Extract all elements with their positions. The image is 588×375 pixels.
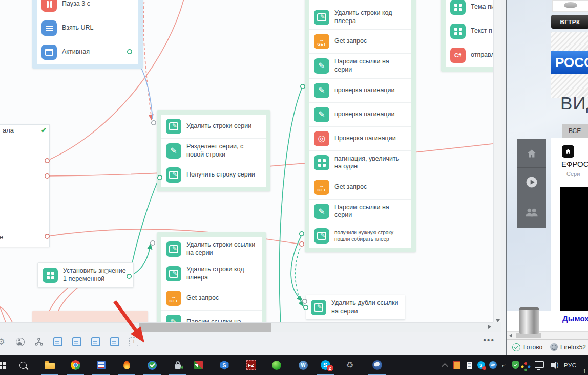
connector-dot[interactable]	[301, 84, 305, 89]
action-block[interactable]: Парсим ссылки на серии	[309, 54, 411, 78]
action-icon	[311, 300, 326, 315]
tray-shield-icon[interactable]	[509, 355, 521, 375]
product-link[interactable]: Дымох	[562, 314, 588, 323]
action-icon	[450, 48, 466, 63]
tray-swoosh-icon[interactable]: ⌐	[498, 355, 510, 375]
action-label: Парсим ссылки на серии	[334, 58, 407, 74]
vgtrk-button[interactable]: ВГТРК	[551, 15, 588, 29]
w-shield-app-icon[interactable]: W	[292, 355, 314, 375]
settings-gear-icon[interactable]: ⚙	[0, 337, 6, 347]
action-icon	[314, 58, 329, 74]
action-block[interactable]: Get запрос	[161, 286, 262, 311]
knot-app-icon[interactable]: ♻	[339, 355, 361, 375]
group-center[interactable]: Удалить строки код плеера Get запрос Пар…	[305, 0, 416, 252]
green-orb-app-icon[interactable]	[265, 355, 288, 375]
skype-icon[interactable]: S2	[314, 355, 337, 375]
tray-volume-icon[interactable]	[546, 355, 558, 375]
product-image[interactable]	[519, 307, 539, 334]
home-badge-icon[interactable]	[562, 145, 574, 158]
tray-chevron-icon[interactable]	[438, 355, 451, 375]
action-block[interactable]: проверка пагинации	[309, 79, 411, 103]
flame-app-icon[interactable]	[115, 355, 138, 375]
action-block[interactable]: Удалить строки код плеера	[161, 261, 262, 286]
tray-skype-icon[interactable]: S	[475, 355, 487, 375]
scroll-right-icon[interactable]	[488, 325, 491, 329]
tray-mail-icon[interactable]	[487, 355, 499, 375]
canvas-horizontal-scrollbar[interactable]	[0, 322, 493, 332]
action-block[interactable]: Активная	[37, 40, 138, 64]
block-dedupe[interactable]: Удалить дубли ссылки на серии	[306, 295, 405, 320]
action-block-partial[interactable]	[309, 0, 411, 5]
action-block[interactable]: Парсим ссылки на серии	[309, 200, 411, 224]
group-series[interactable]: Удалить строки серии Разделяет серии, с …	[157, 110, 270, 191]
action-block[interactable]: Взять URL	[37, 16, 138, 40]
action-block[interactable]: Удалить строки код плеера	[309, 5, 411, 30]
scrollbar-thumb[interactable]	[139, 323, 271, 332]
connector-dot[interactable]	[152, 121, 156, 125]
action-block[interactable]: Разделяет серии, с новой строки	[161, 139, 266, 163]
tab-all[interactable]: ВСЕ	[562, 124, 588, 138]
filezilla-icon[interactable]: FZ	[240, 355, 262, 375]
add-panel-icon[interactable]: +	[129, 337, 139, 347]
tray-notepad-icon[interactable]	[451, 355, 463, 375]
action-block[interactable]: Удалить строки серии	[161, 115, 266, 139]
antivirus-check-icon[interactable]	[141, 355, 163, 375]
floppy-app-icon[interactable]	[90, 355, 112, 375]
check-icon: ✔	[41, 126, 47, 134]
left-panel-text: ала	[3, 126, 14, 134]
action-block[interactable]: Пауза 3 с	[37, 0, 138, 16]
action-icon	[41, 45, 57, 60]
connector-dot[interactable]	[300, 242, 304, 246]
rossiya-banner[interactable]: РОСС	[551, 51, 588, 74]
action-block[interactable]: Получить строку серии	[161, 163, 266, 187]
scrollbar-thumb[interactable]	[516, 333, 541, 338]
hatch-band	[551, 32, 588, 51]
block-set-variable[interactable]: Установить значение 1 переменной	[37, 262, 134, 288]
file-explorer-icon[interactable]	[38, 355, 61, 375]
table-view-icon[interactable]	[53, 337, 63, 347]
table-view-icon[interactable]	[91, 337, 101, 347]
scroll-left-icon[interactable]	[509, 334, 512, 338]
action-block[interactable]: Удалить строки ссылки на серии	[161, 237, 262, 261]
table-view-icon[interactable]	[110, 337, 120, 347]
s-hexagon-app-icon[interactable]: S	[213, 355, 236, 375]
action-label: Удалить строки ссылки на серии	[186, 241, 257, 257]
flow-toolbar: ⚙ + •••	[0, 331, 506, 355]
action-label: Удалить строки код плеера	[186, 266, 257, 281]
connector-dot[interactable]	[151, 241, 155, 245]
action-block[interactable]: пагинация, увеличить на один	[309, 151, 411, 175]
map-arrows-icon[interactable]	[187, 355, 209, 375]
video-player[interactable]	[560, 187, 588, 311]
action-icon	[450, 0, 466, 15]
flow-editor-window: ала е ✔ Пауза 3 с Взять URL Активная	[0, 0, 506, 355]
firefox-taskbar-icon[interactable]	[366, 355, 388, 375]
language-indicator[interactable]: РУС	[564, 355, 577, 375]
tray-network-icon[interactable]	[533, 355, 545, 375]
action-block[interactable]: Проверка пагинации	[309, 127, 411, 151]
action-label: Взять URL	[62, 24, 94, 32]
action-block[interactable]: Get запрос	[309, 30, 411, 54]
table-view-icon[interactable]	[72, 337, 82, 347]
tray-document-icon[interactable]	[463, 355, 475, 375]
action-icon	[314, 155, 329, 170]
profile-icon[interactable]	[15, 337, 25, 347]
more-options-icon[interactable]: •••	[483, 336, 495, 345]
action-icon	[314, 131, 329, 146]
branch-icon[interactable]	[34, 337, 44, 347]
search-icon[interactable]	[12, 355, 34, 375]
browser-window: ВГТРК РОСС ВИД ВСЕ ЕФРОС Сери Дымох Гото…	[506, 0, 588, 355]
lock-app-icon[interactable]	[166, 355, 189, 375]
sidebar-people-icon[interactable]	[517, 196, 546, 228]
left-panel[interactable]: ала е ✔	[0, 124, 50, 247]
action-block[interactable]: Get запрос	[309, 175, 411, 200]
sidebar-play-icon[interactable]	[517, 168, 546, 196]
action-block[interactable]: проверка пагинации	[309, 103, 411, 127]
action-block[interactable]: получили нужную строку пошли собирать пл…	[309, 224, 411, 248]
tray-colored-app-icon[interactable]	[521, 355, 533, 375]
chrome-icon[interactable]	[64, 355, 87, 375]
sidebar-home-icon[interactable]	[517, 139, 546, 168]
show-title-link[interactable]: ЕФРОС	[561, 160, 588, 168]
connector-dot[interactable]	[300, 232, 304, 236]
group-browser-actions[interactable]: Пауза 3 с Взять URL Активная	[32, 0, 143, 69]
canvas-vertical-scrollbar[interactable]	[493, 0, 501, 332]
